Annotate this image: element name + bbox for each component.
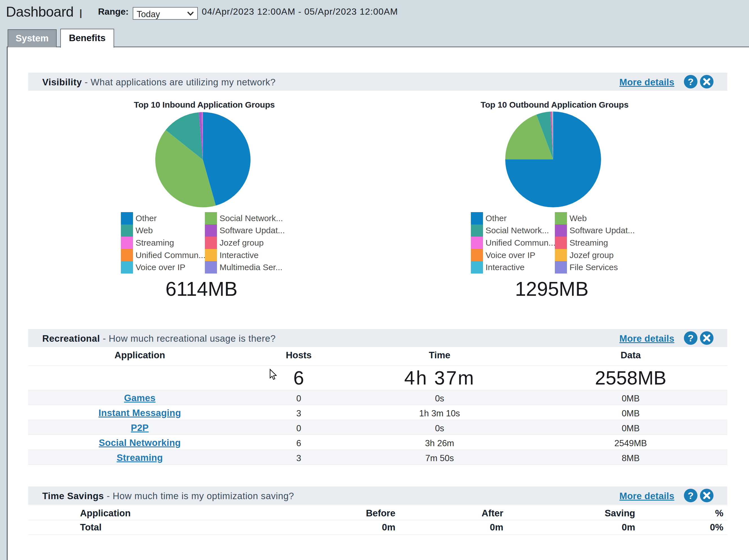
svg-text:?: ? <box>688 490 694 501</box>
svg-text:?: ? <box>688 333 694 343</box>
svg-text:?: ? <box>688 76 694 87</box>
